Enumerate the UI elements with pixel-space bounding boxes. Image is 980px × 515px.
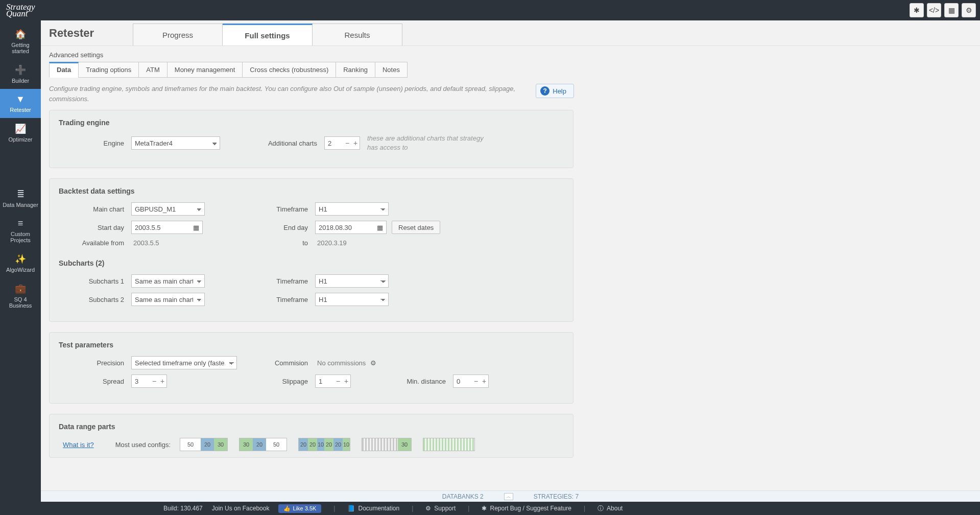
slippage-label: Slippage <box>263 378 315 385</box>
precision-label: Precision <box>59 359 131 367</box>
panel-test-parameters: Test parameters Precision Selected timef… <box>49 332 573 404</box>
sidebar-item-builder[interactable]: ➕Builder <box>0 59 41 89</box>
mindist-stepper[interactable]: − + <box>453 374 489 388</box>
stepper-minus-icon[interactable]: − <box>472 375 480 387</box>
about-link[interactable]: ⓘ About <box>597 504 623 513</box>
databank-expand-icon[interactable]: ︿ <box>504 493 513 500</box>
subchart1-label: Subcharts 1 <box>59 277 131 285</box>
sub2-tf-label: Timeframe <box>263 296 315 303</box>
config-preset-5[interactable] <box>423 438 475 451</box>
subtab-cross-checks-robustness-[interactable]: Cross checks (robustness) <box>243 62 336 78</box>
stepper-plus-icon[interactable]: + <box>480 375 488 387</box>
subchart2-select[interactable]: Same as main chart <box>131 293 205 306</box>
stepper-plus-icon[interactable]: + <box>342 375 350 387</box>
subtab-notes[interactable]: Notes <box>375 62 408 78</box>
code-icon[interactable]: </> <box>927 3 941 17</box>
start-day-input[interactable]: ▦ <box>131 221 203 234</box>
report-bug-link[interactable]: ✱ Report Bug / Suggest Feature <box>482 505 571 512</box>
spread-stepper[interactable]: − + <box>131 374 167 388</box>
sidebar-item-data-manager[interactable]: ≣Data Manager <box>0 183 41 213</box>
app-logo: Strategy Quant <box>6 3 35 18</box>
stepper-plus-icon[interactable]: + <box>351 137 360 149</box>
timeframe-select[interactable]: H1 <box>315 202 389 216</box>
left-sidebar: 🏠Getting started➕Builder▼Retester📈Optimi… <box>0 20 41 515</box>
gear-icon[interactable]: ⚙ <box>962 3 976 17</box>
subtab-money-management[interactable]: Money management <box>168 62 243 78</box>
data-range-heading: Data range parts <box>59 423 564 431</box>
sidebar-item-retester[interactable]: ▼Retester <box>0 89 41 118</box>
additional-charts-input[interactable] <box>325 137 343 149</box>
subchart1-select[interactable]: Same as main chart <box>131 274 205 288</box>
sidebar-icon: 💼 <box>2 283 39 294</box>
config-preset-1[interactable]: 502030 <box>180 438 228 451</box>
panel-backtest-data: Backtest data settings Main chart GBPUSD… <box>49 178 573 322</box>
documentation-link[interactable]: 📘 Documentation <box>347 505 399 512</box>
subtab-ranking[interactable]: Ranking <box>336 62 375 78</box>
subtab-trading-options[interactable]: Trading options <box>79 62 139 78</box>
config-preset-2[interactable]: 302050 <box>239 438 287 451</box>
slippage-stepper[interactable]: − + <box>315 374 351 388</box>
available-from-value: 2003.5.5 <box>131 239 159 247</box>
tab-results[interactable]: Results <box>313 24 402 45</box>
precision-select[interactable]: Selected timeframe only (faste... <box>131 356 237 369</box>
subchart2-label: Subcharts 2 <box>59 296 131 303</box>
commission-value: No commissions <box>315 359 366 367</box>
sidebar-icon: 📈 <box>2 123 39 134</box>
commission-gear-icon[interactable]: ⚙ <box>369 358 378 367</box>
sub1-tf-label: Timeframe <box>263 277 315 285</box>
available-from-label: Available from <box>59 239 131 247</box>
sub1-tf-select[interactable]: H1 <box>315 274 389 288</box>
grid-icon[interactable]: ▦ <box>944 3 959 17</box>
sub2-tf-select[interactable]: H1 <box>315 293 389 306</box>
support-link[interactable]: ⚙ Support <box>425 505 456 512</box>
stepper-minus-icon[interactable]: − <box>343 137 351 149</box>
subtab-atm[interactable]: ATM <box>139 62 167 78</box>
trading-engine-heading: Trading engine <box>59 119 564 127</box>
sidebar-item-optimizer[interactable]: 📈Optimizer <box>0 118 41 148</box>
main-chart-select[interactable]: GBPUSD_M1 <box>131 202 205 216</box>
stepper-minus-icon[interactable]: − <box>150 375 158 387</box>
sidebar-icon: ≡ <box>2 218 39 229</box>
subcharts-heading: Subcharts (2) <box>59 259 564 267</box>
reset-dates-button[interactable]: Reset dates <box>392 221 440 234</box>
additional-charts-note: these are additional charts that strateg… <box>367 134 495 152</box>
start-day-label: Start day <box>59 224 131 231</box>
help-button[interactable]: ? Help <box>536 84 574 98</box>
panel-trading-engine: Trading engine Engine MetaTrader4 Additi… <box>49 110 573 168</box>
databanks-count: DATABANKS 2 <box>442 493 484 500</box>
sidebar-item-sq-4-business[interactable]: 💼SQ 4 Business <box>0 278 41 314</box>
sidebar-item-algowizard[interactable]: ✨AlgoWizard <box>0 248 41 278</box>
config-preset-4[interactable]: 30 <box>362 438 412 451</box>
page-title: Retester <box>41 20 133 45</box>
additional-charts-stepper[interactable]: − + <box>324 136 360 150</box>
timeframe-label: Timeframe <box>263 205 315 213</box>
panel-data-range: Data range parts What is it? Most used c… <box>49 414 573 458</box>
fb-like-button[interactable]: 👍 Like 3.5K <box>278 504 321 513</box>
sidebar-item-label: AlgoWizard <box>6 267 35 273</box>
sidebar-item-custom-projects[interactable]: ≡Custom Projects <box>0 213 41 248</box>
engine-label: Engine <box>59 139 131 147</box>
main-chart-label: Main chart <box>59 205 131 213</box>
sidebar-item-getting-started[interactable]: 🏠Getting started <box>0 24 41 59</box>
advanced-settings-label: Advanced settings <box>41 46 980 62</box>
sidebar-item-label: Data Manager <box>3 202 38 208</box>
facebook-link[interactable]: Join Us on Facebook <box>212 505 270 512</box>
tab-progress[interactable]: Progress <box>133 24 223 45</box>
calendar-icon[interactable]: ▦ <box>374 221 386 233</box>
mindist-label: Min. distance <box>381 378 453 385</box>
what-is-it-link[interactable]: What is it? <box>63 441 94 449</box>
subtab-data[interactable]: Data <box>49 62 79 78</box>
config-preset-3[interactable]: 202010202010 <box>298 438 350 451</box>
commission-label: Commision <box>263 359 315 367</box>
sidebar-item-label: Builder <box>12 78 29 84</box>
sidebar-icon: ✨ <box>2 253 39 265</box>
calendar-icon[interactable]: ▦ <box>190 221 202 233</box>
tab-full-settings[interactable]: Full settings <box>223 24 313 45</box>
sidebar-item-label: SQ 4 Business <box>9 296 32 309</box>
stepper-minus-icon[interactable]: − <box>334 375 342 387</box>
sidebar-item-label: Custom Projects <box>10 231 31 243</box>
stepper-plus-icon[interactable]: + <box>158 375 166 387</box>
engine-select[interactable]: MetaTrader4 <box>131 136 220 150</box>
end-day-input[interactable]: ▦ <box>315 221 387 234</box>
bug-icon[interactable]: ✱ <box>910 3 924 17</box>
